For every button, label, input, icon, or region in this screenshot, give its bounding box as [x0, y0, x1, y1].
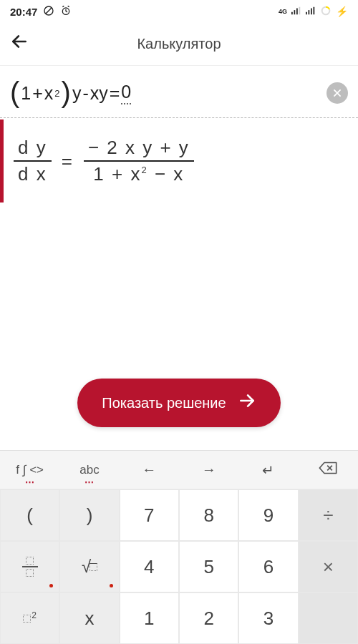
clear-button[interactable]	[326, 82, 348, 104]
mute-icon	[43, 5, 54, 19]
battery-icon	[320, 5, 332, 19]
arrow-right-icon	[238, 391, 256, 414]
key-9[interactable]: 9	[238, 489, 298, 541]
key-3[interactable]: 3	[238, 592, 298, 644]
key-6[interactable]: 6	[238, 541, 298, 592]
kb-cursor-left[interactable]: ←	[120, 462, 179, 478]
kb-tab-functions[interactable]: f ∫ <>⋯	[0, 463, 59, 477]
svg-line-1	[46, 8, 52, 14]
back-button[interactable]	[10, 32, 29, 56]
charging-icon: ⚡	[336, 6, 348, 17]
show-solution-button[interactable]: Показать решение	[77, 379, 280, 427]
key-fraction[interactable]	[0, 541, 59, 592]
key-sqrt[interactable]: √	[59, 541, 119, 592]
svg-rect-12	[309, 10, 310, 14]
kb-cursor-right[interactable]: →	[179, 462, 238, 478]
key-multiply[interactable]: ×	[299, 541, 358, 592]
status-bar: 20:47 4G ⚡	[0, 0, 358, 23]
key-4[interactable]: 4	[120, 541, 179, 592]
cta-label: Показать решение	[102, 395, 226, 411]
svg-rect-14	[314, 6, 315, 14]
result-lhs-den: d x	[14, 162, 52, 187]
svg-line-6	[68, 6, 69, 6]
key-2[interactable]: 2	[179, 592, 238, 644]
kb-tab-abc[interactable]: abc⋯	[59, 463, 119, 477]
svg-rect-7	[291, 11, 293, 14]
key-rparen[interactable]: )	[59, 489, 119, 541]
result-rhs-den: 1 + x2 − x	[89, 162, 188, 187]
key-7[interactable]: 7	[120, 489, 179, 541]
key-5[interactable]: 5	[179, 541, 238, 592]
key-divide[interactable]: ÷	[299, 489, 358, 541]
alarm-icon	[60, 5, 72, 19]
page-title: Калькулятор	[0, 36, 358, 52]
key-minus[interactable]	[299, 592, 358, 644]
network-type: 4G	[279, 8, 287, 15]
svg-rect-11	[306, 11, 307, 14]
signal-icon-2	[306, 6, 316, 17]
key-1[interactable]: 1	[120, 592, 179, 644]
svg-line-5	[63, 6, 64, 6]
key-lparen[interactable]: (	[0, 489, 59, 541]
app-header: Калькулятор	[0, 23, 358, 66]
svg-rect-13	[311, 8, 312, 14]
kb-backspace[interactable]	[299, 461, 358, 479]
lparen: (	[10, 78, 19, 107]
status-time: 20:47	[10, 6, 37, 18]
signal-icon	[291, 6, 301, 17]
rparen: )	[62, 78, 71, 107]
svg-rect-9	[296, 8, 298, 14]
expression-input[interactable]: ( 1 + x 2 ) y - xy = 0	[0, 66, 358, 118]
kb-newline[interactable]: ↵	[238, 462, 298, 479]
key-power[interactable]: 2	[0, 592, 59, 644]
result-lhs-num: d y	[14, 135, 52, 160]
svg-rect-8	[294, 10, 296, 14]
key-8[interactable]: 8	[179, 489, 238, 541]
svg-line-4	[66, 11, 67, 11]
result-rhs-num: − 2 x y + y	[84, 135, 194, 160]
result-card[interactable]: d y d x = − 2 x y + y 1 + x2 − x	[0, 119, 358, 203]
svg-rect-10	[299, 6, 301, 14]
result-eq: =	[62, 150, 74, 172]
keyboard: f ∫ <>⋯ abc⋯ ← → ↵ ( ) 7 8 9 ÷ √	[0, 450, 358, 644]
key-x[interactable]: x	[59, 592, 119, 644]
